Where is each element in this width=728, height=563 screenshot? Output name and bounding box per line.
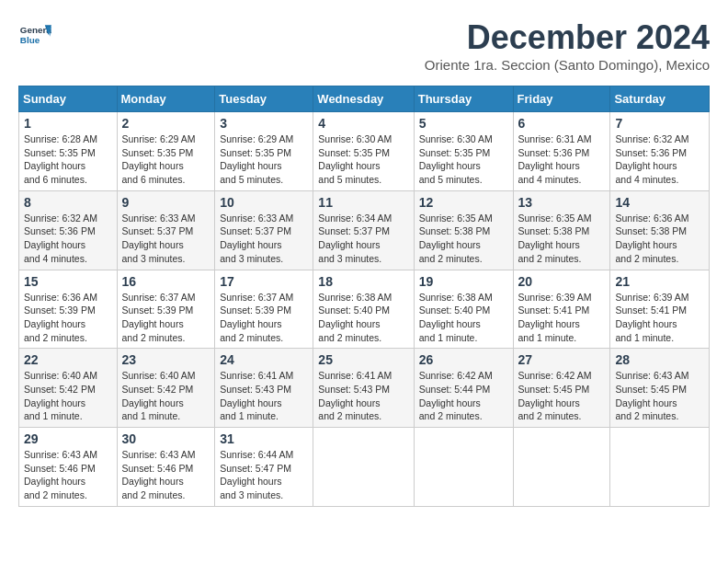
table-row: 6 Sunrise: 6:31 AMSunset: 5:36 PMDayligh… [513,112,610,191]
table-row: 7 Sunrise: 6:32 AMSunset: 5:36 PMDayligh… [610,112,710,191]
table-row: 18 Sunrise: 6:38 AMSunset: 5:40 PMDaylig… [313,270,414,349]
table-row: 14 Sunrise: 6:36 AMSunset: 5:38 PMDaylig… [610,190,710,270]
col-thursday: Thursday [414,86,513,112]
table-row: 8 Sunrise: 6:32 AMSunset: 5:36 PMDayligh… [19,190,118,270]
month-title: December 2024 [425,18,710,57]
table-row: 17 Sunrise: 6:37 AMSunset: 5:39 PMDaylig… [215,270,313,349]
table-row: 30 Sunrise: 6:43 AMSunset: 5:46 PMDaylig… [117,428,215,507]
table-row: 24 Sunrise: 6:41 AMSunset: 5:43 PMDaylig… [215,349,313,428]
table-row: 13 Sunrise: 6:35 AMSunset: 5:38 PMDaylig… [513,190,610,270]
table-row: 27 Sunrise: 6:42 AMSunset: 5:45 PMDaylig… [513,349,610,428]
table-row: 25 Sunrise: 6:41 AMSunset: 5:43 PMDaylig… [313,349,414,428]
empty-cell [313,428,414,507]
col-tuesday: Tuesday [215,86,313,112]
col-wednesday: Wednesday [313,86,414,112]
calendar: Sunday Monday Tuesday Wednesday Thursday… [18,86,710,507]
empty-cell [513,428,610,507]
table-row: 20 Sunrise: 6:39 AMSunset: 5:41 PMDaylig… [513,270,610,349]
table-row: 1 Sunrise: 6:28 AMSunset: 5:35 PMDayligh… [19,112,118,191]
table-row: 11 Sunrise: 6:34 AMSunset: 5:37 PMDaylig… [313,190,414,270]
subtitle: Oriente 1ra. Seccion (Santo Domingo), Me… [425,57,710,73]
table-row: 3 Sunrise: 6:29 AMSunset: 5:35 PMDayligh… [215,112,313,191]
table-row: 9 Sunrise: 6:33 AMSunset: 5:37 PMDayligh… [117,190,215,270]
col-monday: Monday [117,86,215,112]
table-row: 31 Sunrise: 6:44 AMSunset: 5:47 PMDaylig… [215,428,313,507]
table-row: 16 Sunrise: 6:37 AMSunset: 5:39 PMDaylig… [117,270,215,349]
table-row: 26 Sunrise: 6:42 AMSunset: 5:44 PMDaylig… [414,349,513,428]
table-row: 29 Sunrise: 6:43 AMSunset: 5:46 PMDaylig… [19,428,118,507]
table-row: 19 Sunrise: 6:38 AMSunset: 5:40 PMDaylig… [414,270,513,349]
table-row: 5 Sunrise: 6:30 AMSunset: 5:35 PMDayligh… [414,112,513,191]
col-saturday: Saturday [610,86,710,112]
logo: General Blue [18,18,55,52]
table-row: 2 Sunrise: 6:29 AMSunset: 5:35 PMDayligh… [117,112,215,191]
table-row: 15 Sunrise: 6:36 AMSunset: 5:39 PMDaylig… [19,270,118,349]
table-row: 10 Sunrise: 6:33 AMSunset: 5:37 PMDaylig… [215,190,313,270]
table-row: 22 Sunrise: 6:40 AMSunset: 5:42 PMDaylig… [19,349,118,428]
table-row: 4 Sunrise: 6:30 AMSunset: 5:35 PMDayligh… [313,112,414,191]
col-friday: Friday [513,86,610,112]
empty-cell [414,428,513,507]
table-row: 28 Sunrise: 6:43 AMSunset: 5:45 PMDaylig… [610,349,710,428]
table-row: 21 Sunrise: 6:39 AMSunset: 5:41 PMDaylig… [610,270,710,349]
col-sunday: Sunday [19,86,118,112]
svg-text:Blue: Blue [20,35,40,45]
table-row: 12 Sunrise: 6:35 AMSunset: 5:38 PMDaylig… [414,190,513,270]
table-row: 23 Sunrise: 6:40 AMSunset: 5:42 PMDaylig… [117,349,215,428]
empty-cell [610,428,710,507]
